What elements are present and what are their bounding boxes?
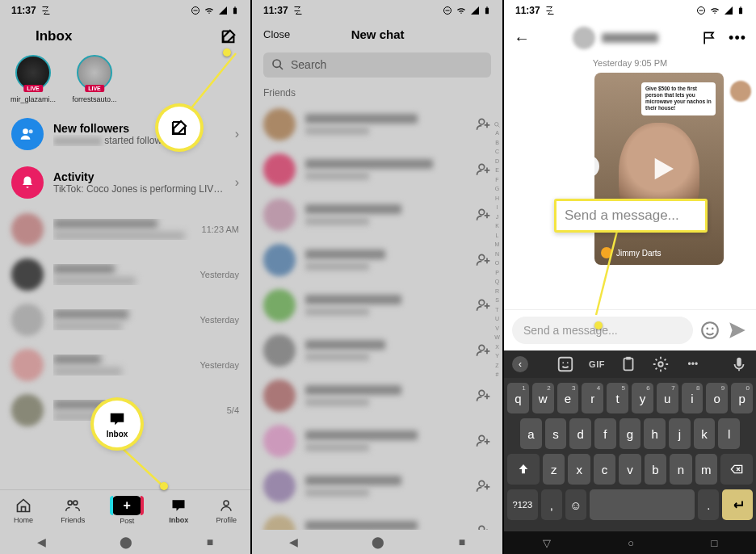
nav-back-icon[interactable]: ▽ [543,537,551,549]
key-c[interactable]: c [594,454,615,485]
nav-home-icon[interactable]: ⬤ [372,535,384,548]
alpha-letter[interactable]: X [495,343,499,352]
alpha-letter[interactable]: C [495,148,499,157]
add-friend-icon[interactable] [475,116,491,132]
period-key[interactable]: . [698,489,719,520]
alpha-letter[interactable]: H [495,195,499,204]
alpha-letter[interactable]: Z [495,362,498,371]
search-input[interactable]: Search [263,52,491,78]
conversation-row[interactable]: Yesterday [0,297,250,342]
key-z[interactable]: z [543,454,565,485]
alpha-letter[interactable]: D [495,157,499,166]
key-k[interactable]: k [694,418,716,449]
emoji-button[interactable] [699,320,720,341]
key-j[interactable]: j [669,418,691,449]
key-g[interactable]: g [620,418,641,449]
enter-key[interactable] [722,489,753,520]
tab-inbox[interactable]: Inbox [169,497,188,524]
tab-home[interactable]: Home [14,497,33,524]
share-button[interactable] [594,155,599,178]
alpha-letter[interactable]: # [496,371,499,380]
alpha-letter[interactable]: O [495,259,499,268]
friend-row[interactable] [252,283,502,328]
alpha-letter[interactable]: G [495,185,499,194]
alpha-letter[interactable]: M [495,241,500,250]
tab-profile[interactable]: Profile [216,497,237,524]
alpha-letter[interactable]: I [497,204,498,212]
shift-key[interactable] [507,454,540,485]
nav-recents-icon[interactable]: ■ [207,535,213,548]
tab-friends[interactable]: Friends [61,497,85,524]
add-friend-icon[interactable] [475,252,491,268]
more-icon[interactable]: ••• [729,30,746,47]
conversation-row[interactable]: 11:23 AM [0,207,250,252]
alpha-index[interactable]: ABCDEFGHIJKLMNOPQRSTUVWXYZ# [494,121,501,380]
alpha-letter[interactable]: R [495,287,499,296]
sticker-icon[interactable] [556,355,574,373]
key-v[interactable]: v [619,454,640,485]
nav-recents-icon[interactable]: □ [711,537,717,549]
alpha-letter[interactable]: P [495,269,499,278]
key-y[interactable]: y6 [632,383,653,413]
message-input[interactable]: Send a message... [512,317,693,344]
comma-key[interactable]: , [541,489,562,520]
gif-button[interactable]: GIF [589,359,605,369]
key-t[interactable]: t5 [607,383,628,413]
friend-row[interactable] [252,192,502,237]
nav-home-icon[interactable]: ○ [628,537,634,549]
add-friend-icon[interactable] [475,478,491,494]
friend-row[interactable] [252,328,502,373]
friend-row[interactable] [252,147,502,192]
friend-row[interactable] [252,418,502,464]
backspace-key[interactable] [720,454,753,485]
key-l[interactable]: l [718,418,740,449]
conversation-row[interactable]: Yesterday [0,342,250,388]
alpha-letter[interactable]: A [495,129,499,138]
add-friend-icon[interactable] [475,297,491,313]
flag-icon[interactable] [701,30,717,46]
friend-row[interactable] [252,464,502,509]
tab-post[interactable]: + Post [112,496,141,525]
alpha-letter[interactable]: K [495,222,499,231]
activity-row[interactable]: Activity TikTok: Coco Jones is performin… [0,158,250,207]
key-r[interactable]: r4 [582,383,603,413]
story-item[interactable]: LIVE forrestsauto... [69,55,120,103]
add-friend-icon[interactable] [475,207,491,223]
alpha-letter[interactable]: B [495,139,499,148]
alpha-letter[interactable]: U [495,315,499,324]
clipboard-icon[interactable] [620,355,637,373]
alpha-letter[interactable]: S [495,296,499,305]
alpha-letter[interactable]: Y [495,352,499,361]
key-a[interactable]: a [520,418,542,449]
add-friend-icon[interactable] [475,342,491,359]
key-m[interactable]: m [695,454,717,485]
alpha-letter[interactable]: J [496,213,499,222]
key-s[interactable]: s [545,418,567,449]
key-q[interactable]: q1 [507,383,529,413]
key-i[interactable]: i8 [682,383,704,413]
friend-row[interactable] [252,373,502,418]
add-friend-icon[interactable] [475,162,491,178]
alpha-letter[interactable]: N [495,250,499,259]
mic-icon[interactable] [730,355,748,373]
back-button[interactable]: ← [514,29,530,48]
nav-back-icon[interactable]: ◀ [289,535,298,548]
alpha-letter[interactable]: Q [495,278,499,287]
key-h[interactable]: h [644,418,666,449]
emoji-key[interactable]: ☺ [565,489,586,520]
key-f[interactable]: f [594,418,616,449]
add-friend-icon[interactable] [475,433,491,449]
key-o[interactable]: o9 [706,383,728,413]
nav-recents-icon[interactable]: ■ [459,535,465,548]
key-w[interactable]: w2 [532,383,554,413]
key-u[interactable]: u7 [657,383,678,413]
nav-back-icon[interactable]: ◀ [37,535,46,548]
alpha-letter[interactable]: L [496,232,499,241]
key-x[interactable]: x [568,454,590,485]
conversation-row[interactable]: Yesterday [0,252,250,297]
key-b[interactable]: b [645,454,666,485]
more-icon[interactable]: ••• [684,355,702,373]
chat-user[interactable] [573,27,658,49]
send-button[interactable] [727,320,748,341]
kb-collapse-icon[interactable]: ‹ [512,356,528,372]
